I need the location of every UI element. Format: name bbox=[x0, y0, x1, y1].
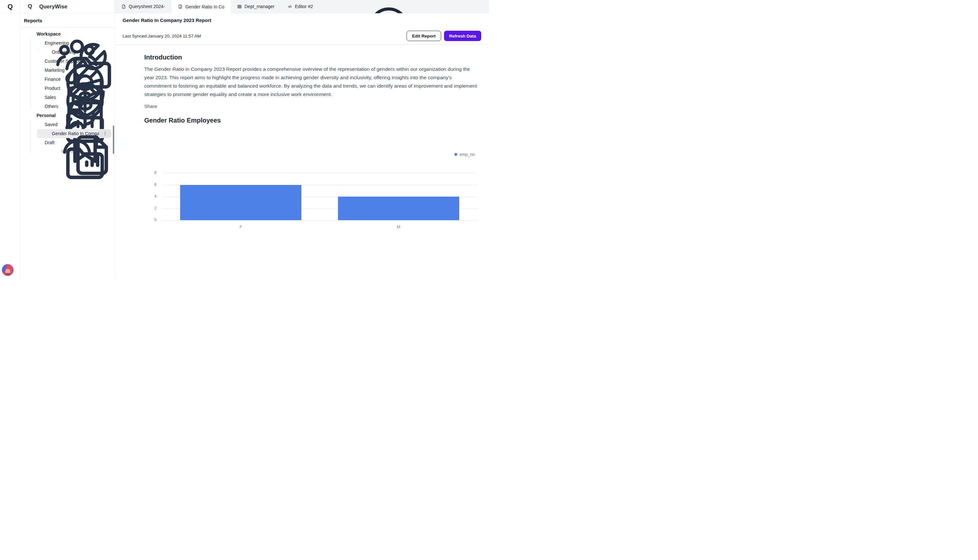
file-chart-icon[interactable] bbox=[7, 60, 14, 68]
chart-menu-button[interactable] bbox=[470, 122, 476, 127]
tree-item-workspace[interactable]: Workspace bbox=[21, 29, 115, 38]
chart-section: Gender Ratio Employees emp_no 02468 FM bbox=[144, 117, 478, 230]
bookmark-icon bbox=[37, 122, 42, 127]
intro-paragraph: The Gender Ratio in Company 2023 Report … bbox=[144, 65, 478, 98]
y-tick-label: 6 bbox=[154, 182, 157, 187]
file-grid-icon[interactable] bbox=[7, 47, 14, 54]
rocket-icon bbox=[37, 86, 42, 91]
intro-heading: Introduction bbox=[144, 54, 478, 61]
y-axis-labels: 02468 bbox=[144, 173, 159, 220]
tree-item-marketing[interactable]: Marketing bbox=[21, 66, 115, 75]
table-icon bbox=[237, 4, 242, 9]
refresh-data-button[interactable]: Refresh Data bbox=[444, 31, 481, 41]
tree-item-saved[interactable]: Saved bbox=[21, 120, 115, 129]
gridline bbox=[162, 220, 477, 220]
tree-item-draft[interactable]: Draft bbox=[21, 138, 115, 147]
new-folder-icon[interactable] bbox=[104, 17, 110, 23]
chart-legend[interactable]: emp_no bbox=[144, 152, 478, 157]
edit-report-button[interactable]: Edit Report bbox=[407, 31, 441, 41]
tab-bar: Querysheet 2024- Gender Ratio In Co Dept… bbox=[115, 0, 489, 13]
reports-sidebar: Q QueryWise Reports Workspace Engineerin… bbox=[21, 0, 115, 280]
wrench-icon bbox=[37, 40, 42, 46]
share-link[interactable]: Share bbox=[144, 103, 157, 109]
sidebar-scrollbar[interactable] bbox=[113, 125, 114, 154]
person-icon bbox=[28, 113, 33, 118]
panel-title: Reports bbox=[24, 18, 42, 23]
user-avatar[interactable] bbox=[2, 264, 13, 276]
y-tick-label: 8 bbox=[154, 170, 157, 175]
item-menu-button[interactable] bbox=[99, 130, 111, 137]
tab-dept-manager[interactable]: Dept_manager bbox=[230, 0, 281, 13]
folder-icon bbox=[37, 104, 42, 109]
dollar-circle-icon bbox=[37, 77, 42, 82]
y-tick-label: 2 bbox=[154, 206, 157, 210]
workspace-name: QueryWise bbox=[39, 3, 67, 10]
file-grid-icon bbox=[121, 4, 126, 9]
y-tick-label: 0 bbox=[154, 218, 157, 222]
workspace-switcher[interactable]: Q QueryWise bbox=[21, 0, 115, 13]
folder-icon bbox=[37, 140, 42, 145]
users-icon bbox=[28, 32, 33, 37]
header-divider bbox=[115, 44, 489, 45]
chart-heading: Gender Ratio Employees bbox=[144, 117, 478, 124]
chevron-up-icon[interactable] bbox=[106, 113, 110, 118]
legend-dot bbox=[454, 153, 457, 156]
tree-item-finance[interactable]: Finance bbox=[21, 75, 115, 84]
tab-gender-ratio[interactable]: Gender Ratio In Co bbox=[172, 0, 230, 13]
code-icon bbox=[287, 4, 292, 9]
tree-item-others[interactable]: Others bbox=[21, 102, 115, 111]
chevron-up-icon[interactable] bbox=[106, 32, 110, 36]
tree-item-customer-support[interactable]: Customer Support bbox=[21, 57, 115, 66]
bar-M[interactable] bbox=[338, 197, 459, 220]
tab-editor-2[interactable]: Editor #2 bbox=[281, 0, 320, 13]
tree-item-gender-ratio-report[interactable]: Gender Ratio In Company... bbox=[37, 129, 111, 138]
code-square-icon[interactable] bbox=[7, 21, 14, 28]
x-tick-label: M bbox=[397, 225, 400, 229]
reports-tree: Workspace Engineering Onboarding Custome… bbox=[21, 28, 115, 155]
megaphone-icon bbox=[37, 68, 42, 73]
tree-item-personal[interactable]: Personal bbox=[21, 111, 115, 120]
left-rail: Q bbox=[0, 0, 21, 280]
folder-icon bbox=[43, 50, 49, 55]
chevron-up-icon[interactable] bbox=[106, 41, 110, 45]
report-main: Gender Ratio In Company 2023 Report Last… bbox=[115, 13, 489, 280]
x-tick-label: F bbox=[240, 225, 242, 229]
tree-item-engineering[interactable]: Engineering bbox=[21, 38, 115, 48]
y-tick-label: 4 bbox=[154, 194, 157, 198]
report-title: Gender Ratio In Company 2023 Report bbox=[123, 17, 481, 23]
bar-chart-square-icon bbox=[37, 95, 42, 100]
tab-querysheet[interactable]: Querysheet 2024- bbox=[115, 0, 172, 13]
tree-item-sales[interactable]: Sales bbox=[21, 93, 115, 102]
layers-icon[interactable] bbox=[7, 34, 14, 41]
bar-chart: 02468 FM bbox=[144, 173, 478, 230]
new-tab-button[interactable] bbox=[340, 3, 348, 10]
bar-F[interactable] bbox=[180, 185, 301, 220]
history-clock-icon[interactable] bbox=[7, 74, 14, 81]
report-body: Introduction The Gender Ratio in Company… bbox=[115, 54, 489, 230]
last-synced-text: Last Synced:January 20, 2024 11:57 AM bbox=[123, 33, 201, 38]
file-chart-icon bbox=[178, 4, 183, 9]
tree-item-onboarding[interactable]: Onboarding bbox=[21, 48, 115, 57]
workspace-logo: Q bbox=[28, 3, 32, 10]
presentation-chart-icon[interactable] bbox=[7, 87, 14, 94]
file-chart-icon bbox=[43, 131, 49, 136]
lifebuoy-icon bbox=[37, 58, 42, 64]
x-axis-labels: FM bbox=[162, 223, 477, 230]
chart-plot-area bbox=[162, 173, 477, 220]
chevron-down-icon[interactable] bbox=[105, 4, 110, 9]
app-logo[interactable]: Q bbox=[0, 0, 20, 13]
tree-item-product[interactable]: Product bbox=[21, 84, 115, 93]
gridline bbox=[162, 173, 477, 173]
